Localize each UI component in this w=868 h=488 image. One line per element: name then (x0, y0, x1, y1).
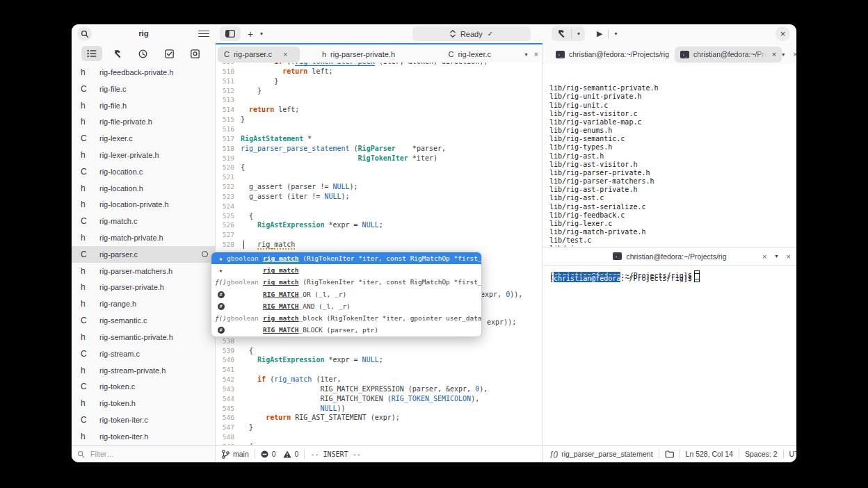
file-item[interactable]: Crig-token.c (72, 378, 215, 395)
completion-item[interactable]: #RIG_MATCH_OR (_l, _r) (211, 288, 481, 300)
file-item[interactable]: hrig-feedback-private.h (72, 64, 215, 81)
completion-item[interactable]: ★rig_match (211, 264, 481, 276)
terminal-line: lib/rig-semantic-private.h (549, 84, 794, 92)
file-item[interactable]: Crig-location.c (72, 163, 215, 180)
encoding-setting[interactable]: UTF-8 (789, 450, 796, 458)
code-line: 519 RigTokenIter *iter) (216, 154, 542, 163)
frame-close-icon[interactable]: × (787, 252, 791, 261)
diagnostics-indicator[interactable]: 0 0 (261, 450, 299, 458)
terminal-line: lib/rig-parser-matchers.h (549, 177, 794, 186)
file-type-icon: C (81, 349, 99, 359)
text-caret (243, 241, 244, 249)
macro-icon: # (215, 291, 227, 298)
code-line: 521 (216, 172, 542, 182)
run-button[interactable]: ▶ (592, 26, 607, 41)
code-line: 520{ (216, 163, 542, 172)
frame-close-icon[interactable]: × (534, 50, 538, 58)
build-panel-button[interactable] (107, 46, 128, 61)
tab-rig-parser-c[interactable]: C rig-parser.c × (218, 47, 300, 63)
file-item[interactable]: Crig-lexer.c (72, 130, 215, 147)
file-item[interactable]: hrig-file-private.h (72, 113, 215, 130)
project-tree-button[interactable] (81, 46, 102, 61)
tab-label: christian@fedora:~/Projects (693, 50, 766, 58)
file-item[interactable]: Crig-semantic.c (72, 312, 215, 329)
file-item[interactable]: hrig-lexer-private.h (72, 147, 215, 163)
file-name: rig-stream-private.h (99, 366, 215, 375)
check-icon: ✓ (488, 30, 493, 38)
file-item[interactable]: hrig-parser-matchers.h (72, 263, 215, 279)
tab-rig-parser-private-h[interactable]: h rig-parser-private.h (305, 47, 412, 63)
file-item[interactable]: Crig-match.c (72, 213, 215, 229)
file-name: rig-parser.c (99, 250, 202, 259)
tab-terminal-1[interactable]: ›_ christian@fedora:~/Projects/rig (550, 47, 675, 63)
code-line: 522 g_assert (parser != NULL); (216, 182, 542, 192)
file-type-icon: h (322, 50, 326, 58)
indentation-setting[interactable]: Spaces: 2 (745, 450, 778, 458)
code-line: 542 if (rig_match (iter, (216, 375, 542, 384)
tab-list-dropdown[interactable]: ▾ (525, 51, 528, 58)
tab-list-dropdown[interactable]: ▾ (775, 253, 778, 259)
build-dropdown[interactable]: ▾ (572, 26, 585, 41)
file-item[interactable]: hrig-parser-private.h (72, 279, 215, 296)
code-line: 511 } (216, 76, 542, 86)
file-item[interactable]: hrig-semantic-private.h (72, 329, 215, 345)
todo-panel-button[interactable] (159, 46, 179, 61)
file-item[interactable]: hrig-token.h (72, 395, 215, 412)
file-item[interactable]: hrig-file.h (72, 97, 215, 114)
terminal-2-header[interactable]: ›_ christian@fedora:~/Projects/rig × ▾ × (543, 247, 796, 266)
file-name: rig-semantic.c (99, 316, 215, 325)
completion-item[interactable]: #RIG_MATCH_BLOCK (parser, ptr) (211, 324, 481, 336)
file-item[interactable]: Crig-token-iter.c (72, 412, 215, 428)
file-item[interactable]: hrig-range.h (72, 295, 215, 312)
file-name: rig-lexer-private.h (99, 151, 215, 159)
new-tab-button[interactable]: + (244, 26, 257, 41)
file-item[interactable]: Crig-file.c (72, 81, 215, 97)
run-dropdown[interactable]: ▾ (609, 26, 622, 41)
file-type-icon: h (81, 398, 99, 408)
tab-close-icon[interactable]: × (772, 50, 776, 58)
build-button[interactable] (552, 26, 570, 41)
git-branch-indicator[interactable]: main (222, 450, 249, 459)
tab-list-dropdown[interactable]: ▾ (782, 51, 785, 58)
code-line: 516 (216, 124, 542, 134)
file-name: rig-stream.c (99, 350, 215, 358)
file-name: rig-file.h (99, 101, 215, 110)
file-item[interactable]: Crig-parser.c (72, 246, 215, 263)
history-panel-button[interactable] (133, 46, 154, 61)
tab-label: rig-parser-private.h (330, 50, 395, 58)
menu-button[interactable] (197, 28, 211, 40)
completion-item[interactable]: ƒ()gbooleanrig_match_block (RigTokenIter… (211, 312, 481, 324)
current-symbol[interactable]: ƒ() rig_parser_parse_statement (549, 450, 653, 458)
terminal-2-output[interactable]: [christian@fedora:~/Projects/rig]$ (543, 266, 796, 445)
code-line: 510 return left; (216, 67, 542, 76)
window-close-button[interactable]: × (775, 26, 790, 41)
tab-rig-lexer-c[interactable]: C rig-lexer.c (417, 47, 522, 63)
new-tab-dropdown[interactable]: ▾ (257, 26, 266, 41)
panel-toggle-button[interactable] (220, 26, 241, 41)
file-type-icon: C (81, 415, 99, 425)
project-folder-button[interactable] (665, 450, 674, 458)
chevron-down-icon: ▾ (614, 31, 617, 37)
terminal-cursor (694, 273, 700, 282)
documentation-panel-button[interactable] (184, 46, 205, 61)
completion-item[interactable]: #RIG_MATCH_AND (_l, _r) (211, 300, 481, 312)
filter-bar (72, 445, 216, 462)
file-item[interactable]: Crig-stream.c (72, 345, 215, 362)
check-square-icon (165, 49, 174, 58)
file-item[interactable]: hrig-location.h (72, 180, 215, 197)
terminal-icon: ›_ (680, 51, 689, 58)
file-item[interactable]: hrig-location-private.h (72, 197, 215, 213)
file-item[interactable]: hrig-stream-private.h (72, 362, 215, 379)
frame-close-icon[interactable]: × (793, 50, 796, 58)
file-item[interactable]: hrig-match-private.h (72, 229, 215, 246)
omnibox-build-status[interactable]: Ready ✓ (412, 26, 531, 41)
tab-close-icon[interactable]: × (762, 252, 766, 261)
tab-terminal-2[interactable]: ›_ christian@fedora:~/Projects × (675, 47, 782, 63)
completion-item[interactable]: ★gbooleanrig_match (RigTokenIter *iter, … (211, 252, 481, 264)
file-item[interactable]: hrig-token-iter.h (72, 428, 215, 445)
filter-input[interactable] (89, 449, 196, 459)
completion-item[interactable]: ƒ()gbooleanrig_match (RigTokenIter *iter… (211, 276, 481, 288)
cursor-position[interactable]: Ln 528, Col 14 (686, 450, 733, 458)
tab-close-icon[interactable]: × (283, 50, 287, 58)
header-bar: rig + ▾ Ready ✓ (72, 24, 796, 44)
